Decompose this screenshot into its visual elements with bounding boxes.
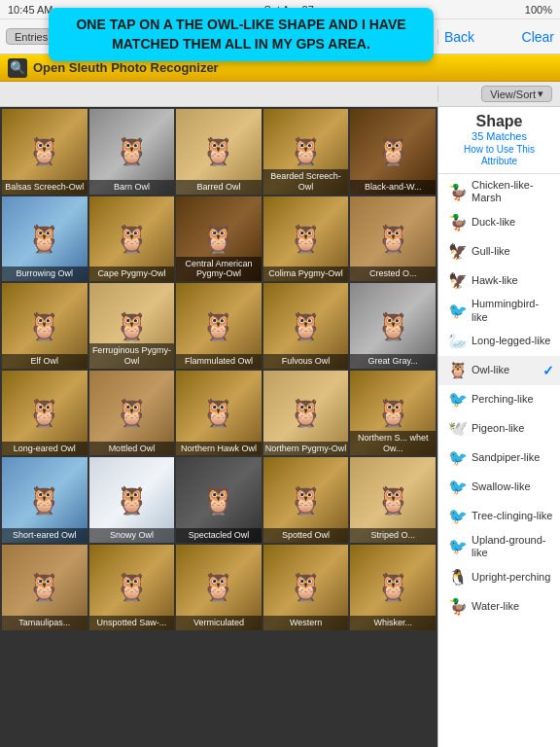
grid-item[interactable]: 🦉Snowy Owl bbox=[89, 457, 175, 543]
clear-label: Clear bbox=[522, 29, 554, 45]
shape-item-hummingbird-like[interactable]: 🐦Hummingbird-like bbox=[438, 295, 560, 326]
grid-item[interactable]: 🦉Colima Pygmy-Owl bbox=[263, 196, 349, 282]
shape-label-owl-like: Owl-like bbox=[472, 364, 542, 376]
grid-item[interactable]: 🦉Short-eared Owl bbox=[2, 457, 88, 543]
shape-item-pigeon-like[interactable]: 🕊️Pigeon-like bbox=[438, 414, 560, 444]
shape-item-perching-like[interactable]: 🐦Perching-like bbox=[438, 385, 560, 414]
owl-name-label: Barn Owl bbox=[89, 180, 175, 195]
shape-item-upland-ground-like[interactable]: 🐦Upland-ground-like bbox=[438, 531, 560, 562]
grid-item[interactable]: 🦉Flammulated Owl bbox=[176, 283, 262, 369]
grid-item[interactable]: 🦉Crested O... bbox=[350, 196, 436, 282]
shape-bird-icon-duck-like: 🦆 bbox=[444, 210, 472, 233]
shape-bird-icon-pigeon-like: 🕊️ bbox=[444, 417, 472, 441]
grid-item[interactable]: 🦉Cape Pygmy-Owl bbox=[89, 196, 175, 282]
grid-item[interactable]: 🦉Ferruginous Pygmy-Owl bbox=[89, 283, 175, 369]
owl-name-label: Striped O... bbox=[350, 528, 436, 543]
grid-item[interactable]: 🦉Spectacled Owl bbox=[176, 457, 262, 543]
owl-name-label: Cape Pygmy-Owl bbox=[89, 267, 175, 281]
grid-item[interactable]: 🦉Barn Owl bbox=[89, 109, 175, 195]
owl-name-label: Northern S... whet Ow... bbox=[350, 431, 436, 456]
shape-check-owl-like: ✓ bbox=[542, 363, 554, 378]
shape-bird-icon-hawk-like: 🦅 bbox=[444, 268, 472, 292]
grid-area[interactable]: 🦉Balsas Screech-Owl🦉Barn Owl🦉Barred Owl🦉… bbox=[0, 107, 438, 747]
owl-name-label: Spotted Owl bbox=[263, 528, 349, 543]
view-sort-label: View/Sort bbox=[490, 89, 536, 100]
back-button[interactable]: Back bbox=[444, 29, 474, 45]
grid-item[interactable]: 🦉Balsas Screech-Owl bbox=[2, 109, 88, 195]
matches-count: 35 Matches bbox=[446, 130, 552, 142]
grid-item[interactable]: 🦉Elf Owl bbox=[2, 283, 88, 369]
grid-item[interactable]: 🦉Burrowing Owl bbox=[2, 196, 88, 282]
shape-label-tree-clinging-like: Tree-clinging-like bbox=[472, 510, 554, 522]
battery: 100% bbox=[525, 4, 552, 16]
shape-item-gull-like[interactable]: 🦅Gull-like bbox=[438, 236, 560, 266]
view-sort-chevron: ▾ bbox=[538, 88, 543, 100]
grid-item[interactable]: 🦉Northern S... whet Ow... bbox=[350, 371, 436, 456]
tooltip-text: ONE TAP ON A THE OWL-LIKE SHAPE AND I HA… bbox=[76, 17, 405, 52]
grid-item[interactable]: 🦉Spotted Owl bbox=[263, 457, 349, 543]
grid-item[interactable]: 🦉Vermiculated bbox=[176, 545, 262, 630]
shape-sidebar: Shape 35 Matches How to Use This Attribu… bbox=[438, 107, 560, 747]
sidebar-divider bbox=[438, 173, 560, 174]
owl-name-label: Northern Hawk Owl bbox=[176, 442, 262, 456]
main-content: 🦉Balsas Screech-Owl🦉Barn Owl🦉Barred Owl🦉… bbox=[0, 107, 560, 747]
grid-item[interactable]: 🦉Tamaulipas... bbox=[2, 545, 88, 630]
grid-item[interactable]: 🦉Western bbox=[263, 545, 349, 630]
shape-item-sandpiper-like[interactable]: 🐦Sandpiper-like bbox=[438, 444, 560, 473]
grid-item[interactable]: 🦉Bearded Screech-Owl bbox=[263, 109, 349, 195]
grid-item[interactable]: 🦉Mottled Owl bbox=[89, 371, 175, 456]
grid-item[interactable]: 🦉Whisker... bbox=[350, 545, 436, 630]
owl-name-label: Short-eared Owl bbox=[2, 528, 88, 543]
shape-list: 🦆Chicken-like-Marsh🦆Duck-like🦅Gull-like🦅… bbox=[438, 176, 560, 621]
grid-item[interactable]: 🦉Northern Pygmy-Owl bbox=[263, 371, 349, 456]
how-to-link[interactable]: How to Use This Attribute bbox=[446, 144, 552, 167]
grid-item[interactable]: 🦉Great Gray... bbox=[350, 283, 436, 369]
owl-name-label: Balsas Screech-Owl bbox=[2, 180, 88, 195]
grid-item[interactable]: 🦉Striped O... bbox=[350, 457, 436, 543]
owl-name-label: Snowy Owl bbox=[89, 528, 175, 543]
owl-name-label: Unspotted Saw-... bbox=[89, 616, 175, 630]
owl-name-label: Whisker... bbox=[350, 616, 436, 630]
grid-item[interactable]: 🦉Long-eared Owl bbox=[2, 371, 88, 456]
shape-label-pigeon-like: Pigeon-like bbox=[472, 422, 554, 435]
owl-name-label: Flammulated Owl bbox=[176, 354, 262, 369]
shape-item-tree-clinging-like[interactable]: 🐦Tree-clinging-like bbox=[438, 502, 560, 531]
shape-item-swallow-like[interactable]: 🐦Swallow-like bbox=[438, 473, 560, 502]
entries-label: Entries bbox=[15, 31, 48, 43]
owl-name-label: Ferruginous Pygmy-Owl bbox=[89, 343, 175, 369]
shape-item-hawk-like[interactable]: 🦅Hawk-like bbox=[438, 266, 560, 295]
grid-item[interactable]: 🦉Central American Pygmy-Owl bbox=[176, 196, 262, 282]
shape-bird-icon-perching-like: 🐦 bbox=[444, 388, 472, 411]
grid-item[interactable]: 🦉Barred Owl bbox=[176, 109, 262, 195]
shape-item-upright-perching[interactable]: 🐧Upright-perching bbox=[438, 562, 560, 591]
grid-item[interactable]: 🦉Fulvous Owl bbox=[263, 283, 349, 369]
grid-item[interactable]: 🦉Unspotted Saw-... bbox=[89, 545, 175, 630]
shape-item-chicken-like-marsh[interactable]: 🦆Chicken-like-Marsh bbox=[438, 176, 560, 207]
shape-bird-icon-gull-like: 🦅 bbox=[444, 239, 472, 263]
grid-item[interactable]: 🦉Northern Hawk Owl bbox=[176, 371, 262, 456]
time: 10:45 AM bbox=[8, 4, 52, 16]
shape-item-owl-like[interactable]: 🦉Owl-like✓ bbox=[438, 356, 560, 385]
shape-label-long-legged-like: Long-legged-like bbox=[472, 335, 554, 347]
sidebar-header: Shape 35 Matches How to Use This Attribu… bbox=[438, 107, 560, 173]
sub-toolbar: View/Sort ▾ bbox=[0, 82, 560, 107]
owl-name-label: Vermiculated bbox=[176, 616, 262, 630]
owl-name-label: Western bbox=[263, 616, 349, 630]
view-sort-button[interactable]: View/Sort ▾ bbox=[481, 86, 552, 102]
toolbar-right: Back Clear bbox=[438, 29, 560, 45]
app-title: Open Sleuth Photo Recognizer bbox=[33, 60, 219, 75]
shape-label-water-like: Water-like bbox=[472, 600, 554, 613]
shape-bird-icon-long-legged-like: 🦢 bbox=[444, 330, 472, 353]
shape-label-duck-like: Duck-like bbox=[472, 216, 554, 229]
shape-item-long-legged-like[interactable]: 🦢Long-legged-like bbox=[438, 327, 560, 356]
shape-item-duck-like[interactable]: 🦆Duck-like bbox=[438, 207, 560, 236]
shape-label-upright-perching: Upright-perching bbox=[472, 571, 554, 584]
owl-name-label: Colima Pygmy-Owl bbox=[263, 267, 349, 281]
shape-bird-icon-water-like: 🦆 bbox=[444, 594, 472, 618]
clear-button[interactable]: Clear bbox=[522, 29, 554, 45]
shape-bird-icon-chicken-like-marsh: 🦆 bbox=[444, 180, 472, 203]
owl-name-label: Long-eared Owl bbox=[2, 442, 88, 456]
shape-label-sandpiper-like: Sandpiper-like bbox=[472, 451, 554, 464]
shape-item-water-like[interactable]: 🦆Water-like bbox=[438, 591, 560, 621]
grid-item[interactable]: 🦉Black-and-W... bbox=[350, 109, 436, 195]
